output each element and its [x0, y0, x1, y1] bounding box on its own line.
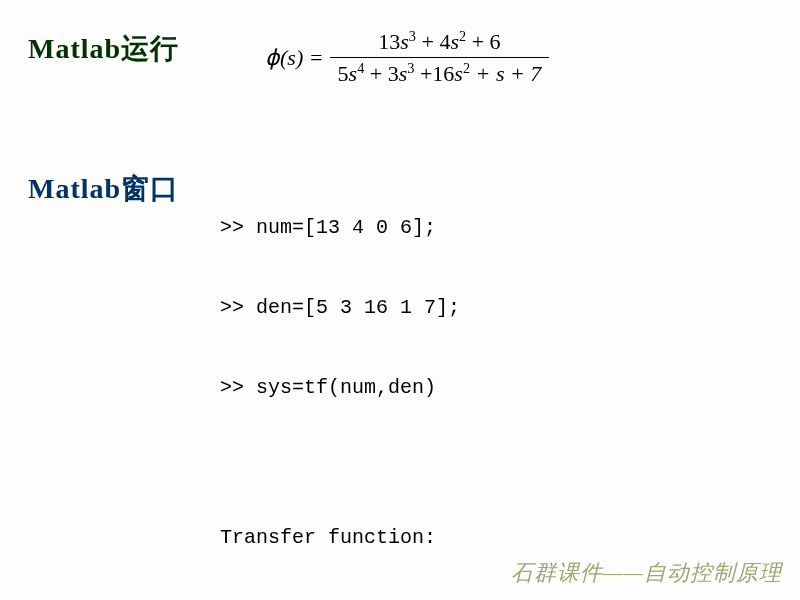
eq-lhs-text: ϕ(s) = [265, 45, 324, 70]
num-coef2: + 4 [422, 29, 451, 54]
heading-matlab-run: Matlab运行 [28, 30, 179, 68]
den-var2: s [399, 62, 408, 87]
den-exp3: 2 [463, 60, 470, 76]
equation-fraction: 13s3 + 4s2 + 6 5s4 + 3s3 +16s2 + s + 7 [330, 28, 550, 88]
code-line-tf: >> sys=tf(num,den) [220, 368, 580, 408]
den-exp2: 3 [407, 60, 414, 76]
heading-matlab-window: Matlab窗口 [28, 170, 179, 208]
num-exp1: 3 [409, 28, 416, 44]
den-var1: s [349, 62, 358, 87]
den-coef1: 5 [338, 62, 349, 87]
den-coef2: + 3 [370, 62, 399, 87]
num-exp2: 2 [459, 28, 466, 44]
den-exp1: 4 [357, 60, 364, 76]
den-var3: s [454, 62, 463, 87]
num-coef1: 13 [378, 29, 400, 54]
den-term4: + s + 7 [476, 62, 542, 87]
code-line-den: >> den=[5 3 16 1 7]; [220, 288, 580, 328]
code-line-num: >> num=[13 4 0 6]; [220, 208, 580, 248]
matlab-command-window: >> num=[13 4 0 6]; >> den=[5 3 16 1 7]; … [220, 168, 580, 600]
equation-lhs: ϕ(s) = [265, 45, 324, 71]
num-var1: s [400, 29, 409, 54]
blank-line [220, 448, 580, 468]
num-term3: + 6 [472, 29, 501, 54]
den-coef3: +16 [420, 62, 454, 87]
footer-credit: 石群课件——自动控制原理 [511, 558, 782, 588]
transfer-function-equation: ϕ(s) = 13s3 + 4s2 + 6 5s4 + 3s3 +16s2 + … [265, 28, 549, 88]
equation-numerator: 13s3 + 4s2 + 6 [370, 28, 508, 57]
equation-denominator: 5s4 + 3s3 +16s2 + s + 7 [330, 57, 550, 87]
num-var2: s [450, 29, 459, 54]
output-title: Transfer function: [220, 518, 580, 558]
